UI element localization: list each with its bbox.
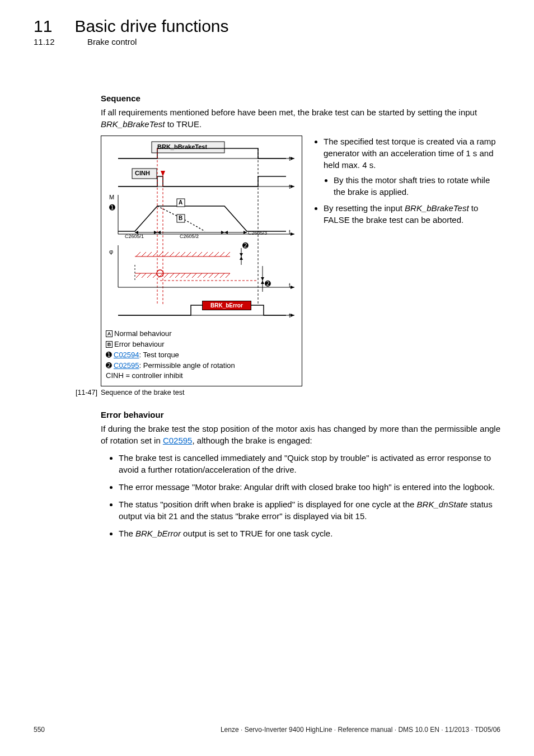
svg-line-38 xyxy=(186,252,191,256)
svg-line-46 xyxy=(136,273,140,278)
t3: t xyxy=(289,229,291,235)
list-item: The BRK_bError output is set to TRUE for… xyxy=(119,528,500,539)
chapter-title: Basic drive functions xyxy=(74,17,228,36)
svg-marker-6 xyxy=(291,185,294,188)
svg-marker-20 xyxy=(221,231,224,234)
svg-line-35 xyxy=(170,252,174,256)
svg-marker-67 xyxy=(240,253,243,256)
link-c02595-b[interactable]: C02595 xyxy=(163,436,193,445)
brake-test-diagram: BRK_bBrakeTest CINH M ➊ φ A B C2605/1 C2… xyxy=(101,136,302,386)
boxB: B xyxy=(179,215,182,221)
footer-info: Lenze · Servo-Inverter 9400 HighLine · R… xyxy=(221,726,500,734)
sequence-heading: Sequence xyxy=(101,94,500,103)
svg-line-59 xyxy=(209,273,213,278)
svg-marker-71 xyxy=(261,277,264,281)
svg-line-48 xyxy=(147,273,152,278)
svg-marker-17 xyxy=(154,231,157,234)
svg-line-33 xyxy=(158,252,163,256)
svg-line-29 xyxy=(136,252,140,256)
list-item: The status "position drift when brake is… xyxy=(119,498,500,522)
separator: _ _ _ _ _ _ _ _ _ _ _ _ _ _ _ _ _ _ _ _ … xyxy=(34,69,500,77)
svg-marker-75 xyxy=(291,314,294,317)
chapter-number: 11 xyxy=(34,17,52,36)
diagram-legend: ANormal behaviour BError behaviour ➊C025… xyxy=(101,326,302,386)
sig-cinh-label: CINH xyxy=(135,170,150,176)
svg-line-34 xyxy=(164,252,168,256)
svg-line-42 xyxy=(209,252,213,256)
diagram-svg xyxy=(101,136,302,326)
svg-line-56 xyxy=(192,273,196,278)
t1: t xyxy=(289,156,291,162)
svg-line-51 xyxy=(164,273,168,278)
svg-line-41 xyxy=(203,252,208,256)
section-title: Brake control xyxy=(87,37,137,46)
svg-line-45 xyxy=(226,252,230,256)
svg-line-44 xyxy=(220,252,224,256)
axis-phi-label: φ xyxy=(109,248,113,255)
t5: t xyxy=(289,312,291,319)
svg-line-40 xyxy=(198,252,202,256)
svg-marker-73 xyxy=(261,281,264,284)
error-heading: Error behaviour xyxy=(101,410,500,419)
svg-marker-4 xyxy=(161,171,165,176)
figure-caption: Sequence of the brake test xyxy=(101,389,184,396)
svg-marker-12 xyxy=(291,232,294,236)
link-c02594[interactable]: C02594 xyxy=(114,351,139,359)
sequence-intro: If all requirements mentioned before hav… xyxy=(101,106,500,130)
c3: C2605/3 xyxy=(248,230,267,236)
c2: C2605/2 xyxy=(180,234,199,239)
svg-line-55 xyxy=(186,273,191,278)
svg-line-36 xyxy=(175,252,180,256)
svg-line-52 xyxy=(170,273,174,278)
list-item: The brake test is cancelled immediately … xyxy=(119,452,500,475)
mark2b: ➋ xyxy=(265,279,271,288)
sig-braketest-label: BRK_bBrakeTest xyxy=(157,143,207,150)
svg-marker-22 xyxy=(224,231,228,234)
list-item: The error message "Motor brake: Angular … xyxy=(119,481,500,493)
svg-line-47 xyxy=(142,273,146,278)
svg-line-39 xyxy=(192,252,196,256)
svg-line-58 xyxy=(203,273,208,278)
sequence-notes: The specified test torque is created via… xyxy=(313,136,500,230)
svg-marker-69 xyxy=(240,256,243,260)
svg-line-57 xyxy=(198,273,202,278)
svg-line-61 xyxy=(220,273,224,278)
svg-line-31 xyxy=(147,252,152,256)
page-number: 550 xyxy=(34,726,45,734)
t2: t xyxy=(289,184,291,190)
mark1: ➊ xyxy=(109,203,115,212)
svg-marker-2 xyxy=(291,157,294,160)
svg-marker-26 xyxy=(291,286,294,289)
axis-m-label: M xyxy=(109,194,114,200)
svg-line-60 xyxy=(214,273,219,278)
c1: C2605/1 xyxy=(125,234,144,239)
boxA: A xyxy=(179,199,182,206)
svg-line-62 xyxy=(226,273,230,278)
sig-berror-label: BRK_bError xyxy=(202,301,251,310)
t4: t xyxy=(289,282,291,288)
figure-number: [11-47] xyxy=(74,389,97,396)
svg-line-32 xyxy=(153,252,157,256)
svg-line-53 xyxy=(175,273,180,278)
svg-line-30 xyxy=(142,252,146,256)
section-number: 11.12 xyxy=(34,37,65,46)
link-c02595[interactable]: C02595 xyxy=(114,361,139,370)
svg-line-54 xyxy=(181,273,185,278)
svg-marker-19 xyxy=(157,231,161,234)
svg-line-43 xyxy=(214,252,219,256)
svg-line-37 xyxy=(181,252,185,256)
mark2a: ➋ xyxy=(242,241,249,250)
error-list: The brake test is cancelled immediately … xyxy=(101,452,500,539)
error-intro: If during the brake test the stop positi… xyxy=(101,423,500,446)
